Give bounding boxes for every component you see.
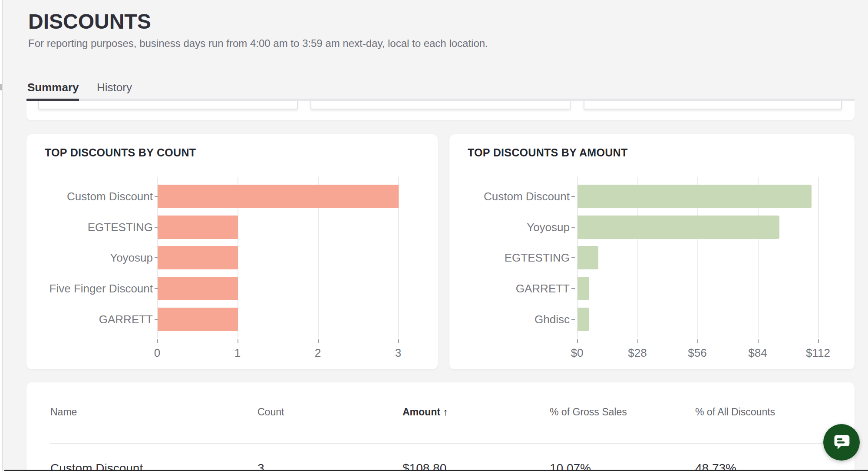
cell-amount: $108.80 bbox=[403, 459, 446, 471]
bar-yoyosup bbox=[578, 216, 779, 239]
category-label-custom-discount: Custom Discount bbox=[26, 185, 153, 208]
column-header-count[interactable]: Count bbox=[257, 405, 284, 418]
discounts-table-card: NameCountAmount ↑% of Gross Sales% of Al… bbox=[26, 382, 855, 471]
category-tick bbox=[571, 196, 575, 197]
axis-tick bbox=[398, 339, 399, 343]
axis-tick bbox=[637, 339, 638, 343]
stat-card-cutoff-2 bbox=[310, 101, 571, 109]
table-header-divider bbox=[50, 443, 843, 444]
top-discounts-by-count-card: TOP DISCOUNTS BY COUNT 0123Custom Discou… bbox=[26, 134, 438, 369]
column-header-of-gross-sales[interactable]: % of Gross Sales bbox=[550, 405, 627, 418]
category-tick bbox=[571, 257, 575, 258]
axis-tick-label: $28 bbox=[611, 346, 663, 360]
axis-tick bbox=[758, 339, 759, 343]
axis-tick bbox=[697, 339, 698, 343]
bar-egtesting bbox=[158, 216, 238, 239]
axis-tick-label: 2 bbox=[292, 346, 344, 360]
cell-name: Custom Discount bbox=[50, 459, 143, 471]
tab-summary[interactable]: Summary bbox=[27, 81, 79, 94]
column-header-of-all-discounts[interactable]: % of All Discounts bbox=[695, 405, 775, 418]
axis-tick-label: $0 bbox=[551, 346, 603, 360]
category-tick bbox=[571, 227, 575, 228]
page-subtitle: For reporting purposes, business days ru… bbox=[28, 37, 488, 50]
chat-launcher-button[interactable] bbox=[823, 424, 860, 461]
bar-five-finger-discount bbox=[158, 277, 238, 300]
axis-tick-label: 1 bbox=[211, 346, 264, 360]
column-header-name[interactable]: Name bbox=[50, 405, 77, 418]
axis-tick-label: $112 bbox=[792, 346, 844, 360]
category-label-yoyosup: Yoyosup bbox=[449, 216, 570, 239]
axis-tick-label: $56 bbox=[671, 346, 723, 360]
table-row-custom-discount: Custom Discount3$108.8010.07%48.73% bbox=[26, 459, 855, 471]
bar-custom-discount bbox=[578, 185, 812, 208]
bar-custom-discount bbox=[158, 185, 399, 208]
axis-tick bbox=[577, 339, 578, 343]
cell-of-gross-sales: 10.07% bbox=[550, 459, 591, 471]
category-label-garrett: GARRETT bbox=[26, 308, 153, 331]
axis-tick-label: $84 bbox=[732, 346, 784, 360]
column-header-amount[interactable]: Amount ↑ bbox=[403, 405, 448, 418]
count-bar-chart: 0123Custom DiscountEGTESTINGYoyosupFive … bbox=[26, 134, 438, 369]
category-label-yoyosup: Yoyosup bbox=[26, 246, 153, 269]
axis-tick bbox=[318, 339, 319, 343]
bar-ghdisc bbox=[578, 308, 589, 331]
axis-tick-label: 0 bbox=[131, 346, 183, 360]
bar-garrett bbox=[158, 308, 238, 331]
left-page-edge bbox=[0, 0, 3, 471]
bar-yoyosup bbox=[158, 246, 238, 269]
amount-bar-chart: $0$28$56$84$112Custom DiscountYoyosupEGT… bbox=[449, 134, 855, 369]
gridline-112 bbox=[818, 177, 819, 338]
category-label-egtesting: EGTESTING bbox=[26, 216, 153, 239]
category-label-ghdisc: Ghdisc bbox=[449, 308, 570, 331]
stat-card-cutoff-1 bbox=[38, 101, 298, 109]
category-label-garrett: GARRETT bbox=[449, 277, 570, 300]
bar-egtesting bbox=[578, 246, 598, 269]
category-tick bbox=[571, 288, 575, 289]
page-title: DISCOUNTS bbox=[28, 10, 151, 33]
axis-tick bbox=[157, 339, 158, 343]
category-label-custom-discount: Custom Discount bbox=[449, 185, 570, 208]
stat-cards-row bbox=[26, 101, 855, 120]
category-tick bbox=[571, 319, 575, 320]
cell-of-all-discounts: 48.73% bbox=[695, 459, 736, 471]
category-label-egtesting: EGTESTING bbox=[449, 246, 570, 269]
cell-count: 3 bbox=[257, 459, 264, 471]
axis-tick bbox=[818, 339, 819, 343]
tab-history[interactable]: History bbox=[97, 81, 132, 94]
scrollbar-fragment[interactable] bbox=[0, 84, 2, 90]
axis-tick bbox=[238, 339, 238, 343]
chat-bubble-icon bbox=[832, 432, 851, 453]
bar-garrett bbox=[578, 277, 589, 300]
category-label-five-finger-discount: Five Finger Discount bbox=[26, 277, 153, 300]
axis-tick-label: 3 bbox=[372, 346, 424, 360]
stat-card-cutoff-3 bbox=[584, 101, 842, 109]
top-discounts-by-amount-card: TOP DISCOUNTS BY AMOUNT $0$28$56$84$112C… bbox=[449, 134, 855, 369]
active-tab-underline bbox=[26, 99, 79, 101]
